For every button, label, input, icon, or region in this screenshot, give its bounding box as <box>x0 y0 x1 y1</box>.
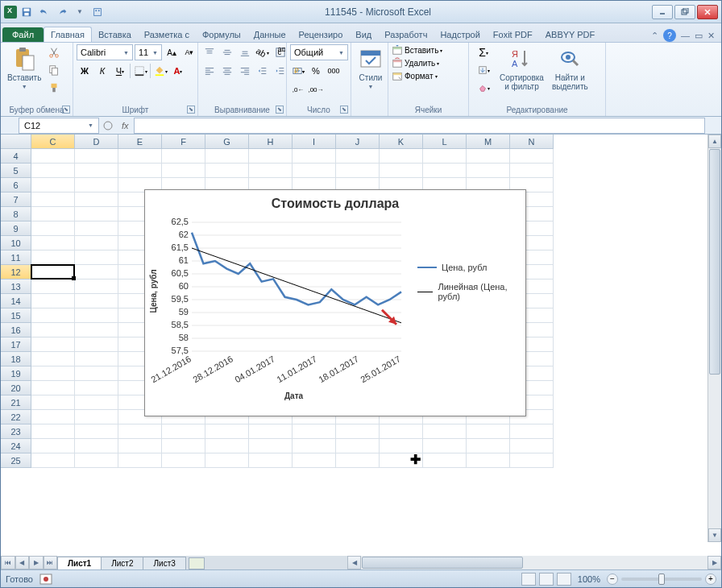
align-left-icon[interactable] <box>201 63 218 79</box>
paste-button[interactable]: Вставить ▼ <box>4 44 44 91</box>
row-header-23[interactable]: 23 <box>1 424 31 439</box>
tab-разметка с[interactable]: Разметка с <box>138 27 196 42</box>
row-header-15[interactable]: 15 <box>1 308 31 323</box>
row-header-18[interactable]: 18 <box>1 352 31 366</box>
row-header-13[interactable]: 13 <box>1 280 31 294</box>
row-header-6[interactable]: 6 <box>1 178 31 193</box>
sort-filter-button[interactable]: ЯА Сортировка и фильтр <box>496 44 547 93</box>
row-header-22[interactable]: 22 <box>1 410 31 424</box>
close-button[interactable] <box>697 5 718 19</box>
row-header-12[interactable]: 12 <box>1 265 31 280</box>
sheet-tab-Лист2[interactable]: Лист2 <box>101 557 143 569</box>
col-header-M[interactable]: M <box>467 135 510 149</box>
row-header-17[interactable]: 17 <box>1 337 31 352</box>
row-header-21[interactable]: 21 <box>1 395 31 410</box>
decrease-indent-icon[interactable] <box>255 63 271 79</box>
row-header-25[interactable]: 25 <box>1 453 31 468</box>
tab-разработч[interactable]: Разработч <box>378 27 434 42</box>
col-header-F[interactable]: F <box>162 135 205 149</box>
macro-record-icon[interactable] <box>39 574 52 585</box>
row-header-14[interactable]: 14 <box>1 294 31 308</box>
col-header-D[interactable]: D <box>75 135 118 149</box>
percent-icon[interactable]: % <box>308 63 324 79</box>
sheet-nav-next[interactable]: ▶ <box>29 556 44 569</box>
zoom-in-button[interactable]: + <box>705 574 716 585</box>
row-header-20[interactable]: 20 <box>1 381 31 395</box>
row-header-24[interactable]: 24 <box>1 439 31 453</box>
decrease-decimal-icon[interactable]: ,00→ <box>308 81 324 97</box>
row-header-4[interactable]: 4 <box>1 149 31 164</box>
zoom-thumb[interactable] <box>658 574 665 585</box>
shrink-font-icon[interactable]: A▾ <box>181 44 197 60</box>
autosum-icon[interactable]: Σ▾ <box>472 44 495 60</box>
orientation-icon[interactable]: ab▾ <box>255 44 271 60</box>
tab-вставка[interactable]: Вставка <box>92 27 138 42</box>
sheet-nav-first[interactable]: ⏮ <box>1 556 15 569</box>
doc-restore-icon[interactable]: ▭ <box>695 31 703 41</box>
qat-extra-icon[interactable] <box>91 6 104 19</box>
clear-icon[interactable]: ▾ <box>472 80 495 96</box>
sheet-tab-Лист1[interactable]: Лист1 <box>57 557 102 569</box>
hscroll-thumb[interactable] <box>362 557 523 569</box>
underline-icon[interactable]: Ч▾ <box>112 63 128 79</box>
tab-рецензиро[interactable]: Рецензиро <box>293 27 350 42</box>
zoom-slider[interactable] <box>621 578 702 581</box>
font-size-combo[interactable]: 11▼ <box>135 44 162 60</box>
sheet-nav-prev[interactable]: ◀ <box>15 556 30 569</box>
align-right-icon[interactable] <box>237 63 253 79</box>
tab-abbyy pdf[interactable]: ABBYY PDF <box>539 27 602 42</box>
col-header-G[interactable]: G <box>205 135 249 149</box>
italic-icon[interactable]: К <box>94 63 110 79</box>
tab-главная[interactable]: Главная <box>44 27 92 42</box>
page-layout-view-icon[interactable] <box>539 573 554 586</box>
fill-color-icon[interactable]: ▾ <box>152 63 168 79</box>
name-box[interactable]: C12▼ <box>19 118 99 134</box>
tab-foxit pdf[interactable]: Foxit PDF <box>487 27 539 42</box>
col-header-C[interactable]: C <box>31 135 75 149</box>
format-cells-button[interactable]: Формат▾ <box>392 70 438 81</box>
col-header-N[interactable]: N <box>510 135 554 149</box>
file-tab[interactable]: Файл <box>2 27 44 42</box>
horizontal-scrollbar[interactable]: ◀ ▶ <box>347 556 721 569</box>
increase-indent-icon[interactable] <box>272 63 288 79</box>
doc-close-icon[interactable]: ✕ <box>707 31 715 41</box>
undo-icon[interactable] <box>38 6 51 19</box>
wrap-text-icon[interactable]: abc <box>272 44 288 60</box>
align-bottom-icon[interactable] <box>237 44 253 60</box>
select-all-button[interactable] <box>1 135 31 149</box>
currency-icon[interactable]: ₽▾ <box>290 63 306 79</box>
tab-данные[interactable]: Данные <box>247 27 293 42</box>
copy-icon[interactable] <box>46 62 62 78</box>
bold-icon[interactable]: Ж <box>77 63 93 79</box>
save-icon[interactable] <box>20 6 33 19</box>
align-center-icon[interactable] <box>219 63 235 79</box>
zoom-percent[interactable]: 100% <box>578 574 600 584</box>
qat-customize-icon[interactable]: ▼ <box>73 6 86 19</box>
grow-font-icon[interactable]: A▴ <box>164 44 180 60</box>
tab-надстрой[interactable]: Надстрой <box>434 27 486 42</box>
row-header-7[interactable]: 7 <box>1 193 31 207</box>
alignment-launcher[interactable]: ⬊ <box>276 106 284 114</box>
col-header-J[interactable]: J <box>336 135 380 149</box>
help-icon[interactable]: ? <box>663 29 676 42</box>
new-sheet-button[interactable] <box>189 557 205 569</box>
tab-формулы[interactable]: Формулы <box>196 27 247 42</box>
fx-circle-icon[interactable] <box>102 120 114 131</box>
fill-icon[interactable]: ▾ <box>472 62 495 78</box>
align-top-icon[interactable] <box>201 44 218 60</box>
tab-вид[interactable]: Вид <box>349 27 378 42</box>
formula-bar[interactable] <box>134 118 705 134</box>
comma-icon[interactable]: 000 <box>326 63 342 79</box>
find-select-button[interactable]: Найти и выделить <box>549 44 591 93</box>
font-name-combo[interactable]: Calibri▼ <box>77 44 133 60</box>
maximize-button[interactable] <box>674 5 695 19</box>
cut-icon[interactable] <box>46 44 62 60</box>
insert-cells-button[interactable]: Вставить▾ <box>392 44 442 56</box>
clipboard-launcher[interactable]: ⬊ <box>62 106 70 114</box>
row-header-19[interactable]: 19 <box>1 366 31 381</box>
number-launcher[interactable]: ⬊ <box>340 106 348 114</box>
vertical-scrollbar[interactable]: ▲ ▼ <box>707 135 721 542</box>
row-header-10[interactable]: 10 <box>1 236 31 251</box>
scroll-left-button[interactable]: ◀ <box>347 556 361 569</box>
redo-icon[interactable] <box>56 6 68 19</box>
